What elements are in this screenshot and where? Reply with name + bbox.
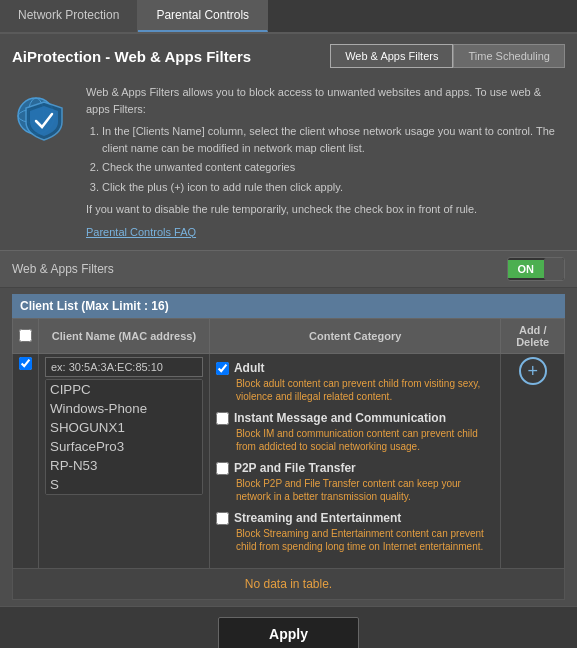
client-cell: CIPPC Windows-Phone SHOGUNX1 SurfacePro3… [39, 354, 210, 569]
toggle-switch[interactable]: ON [507, 257, 566, 281]
info-section: Web & Apps Filters allows you to block a… [0, 74, 577, 250]
tab-parental-controls[interactable]: Parental Controls [138, 0, 268, 32]
info-step-3: Click the plus (+) icon to add rule then… [102, 179, 563, 196]
category-im-title: Instant Message and Communication [216, 411, 494, 425]
toggle-label: Web & Apps Filters [12, 262, 507, 276]
client-table: Client Name (MAC address) Content Catego… [12, 318, 565, 600]
category-streaming: Streaming and Entertainment Block Stream… [216, 511, 494, 553]
sub-tabs: Web & Apps Filters Time Scheduling [330, 44, 565, 68]
client-input-area: CIPPC Windows-Phone SHOGUNX1 SurfacePro3… [45, 357, 203, 495]
header-checkbox[interactable] [19, 329, 32, 342]
category-adult: Adult Block adult content can prevent ch… [216, 361, 494, 403]
no-data-cell: No data in table. [13, 569, 565, 600]
col-header-content: Content Category [209, 319, 500, 354]
col-header-client: Client Name (MAC address) [39, 319, 210, 354]
table-row: CIPPC Windows-Phone SHOGUNX1 SurfacePro3… [13, 354, 565, 569]
category-streaming-label: Streaming and Entertainment [234, 511, 401, 525]
row-checkbox-input[interactable] [19, 357, 32, 370]
client-option[interactable]: CIPPC [46, 380, 202, 399]
category-p2p-desc: Block P2P and File Transfer content can … [216, 477, 494, 503]
add-delete-cell: + [501, 354, 565, 569]
category-p2p-label: P2P and File Transfer [234, 461, 356, 475]
category-p2p-checkbox[interactable] [216, 462, 229, 475]
top-tabs: Network Protection Parental Controls [0, 0, 577, 34]
col-header-check [13, 319, 39, 354]
toggle-off-part [544, 258, 564, 280]
row-check-cell [13, 354, 39, 569]
content-category-list: Adult Block adult content can prevent ch… [216, 357, 494, 565]
client-list-header: Client List (Max Limit : 16) [12, 294, 565, 318]
row-checkbox-container [19, 357, 32, 370]
client-dropdown[interactable]: CIPPC Windows-Phone SHOGUNX1 SurfacePro3… [45, 379, 203, 495]
header-row: AiProtection - Web & Apps Filters Web & … [0, 34, 577, 74]
category-adult-desc: Block adult content can prevent child fr… [216, 377, 494, 403]
category-im-checkbox[interactable] [216, 412, 229, 425]
category-p2p-title: P2P and File Transfer [216, 461, 494, 475]
add-rule-button[interactable]: + [519, 357, 547, 385]
info-description: Web & Apps Filters allows you to block a… [86, 84, 563, 117]
toggle-on-label: ON [508, 260, 545, 278]
toggle-row: Web & Apps Filters ON [0, 250, 577, 288]
category-im: Instant Message and Communication Block … [216, 411, 494, 453]
info-text: Web & Apps Filters allows you to block a… [86, 84, 563, 240]
info-step-2: Check the unwanted content categories [102, 159, 563, 176]
category-streaming-title: Streaming and Entertainment [216, 511, 494, 525]
info-note: If you want to disable the rule temporar… [86, 201, 563, 218]
category-adult-title: Adult [216, 361, 494, 375]
category-streaming-desc: Block Streaming and Entertainment conten… [216, 527, 494, 553]
client-option[interactable]: RP-N53 [46, 456, 202, 475]
shield-icon [14, 84, 74, 144]
apply-section: Apply [0, 606, 577, 648]
category-im-desc: Block IM and communication content can p… [216, 427, 494, 453]
sub-tab-time-scheduling[interactable]: Time Scheduling [453, 44, 565, 68]
apply-button[interactable]: Apply [218, 617, 359, 648]
category-streaming-checkbox[interactable] [216, 512, 229, 525]
category-adult-label: Adult [234, 361, 265, 375]
col-header-add-delete: Add / Delete [501, 319, 565, 354]
category-im-label: Instant Message and Communication [234, 411, 446, 425]
no-data-row: No data in table. [13, 569, 565, 600]
client-option[interactable]: S [46, 475, 202, 494]
client-option[interactable]: SurfacePro3 [46, 437, 202, 456]
client-list-section: Client List (Max Limit : 16) Client Name… [0, 288, 577, 606]
sub-tab-web-apps[interactable]: Web & Apps Filters [330, 44, 453, 68]
mac-input[interactable] [45, 357, 203, 377]
client-option[interactable]: SHOGUNX1 [46, 418, 202, 437]
page-title: AiProtection - Web & Apps Filters [12, 48, 251, 65]
category-p2p: P2P and File Transfer Block P2P and File… [216, 461, 494, 503]
content-cell: Adult Block adult content can prevent ch… [209, 354, 500, 569]
tab-network-protection[interactable]: Network Protection [0, 0, 138, 32]
category-adult-checkbox[interactable] [216, 362, 229, 375]
table-header-row: Client Name (MAC address) Content Catego… [13, 319, 565, 354]
info-step-1: In the [Clients Name] column, select the… [102, 123, 563, 156]
info-steps: In the [Clients Name] column, select the… [86, 123, 563, 195]
parental-controls-faq-link[interactable]: Parental Controls FAQ [86, 226, 196, 238]
client-option[interactable]: Windows-Phone [46, 399, 202, 418]
